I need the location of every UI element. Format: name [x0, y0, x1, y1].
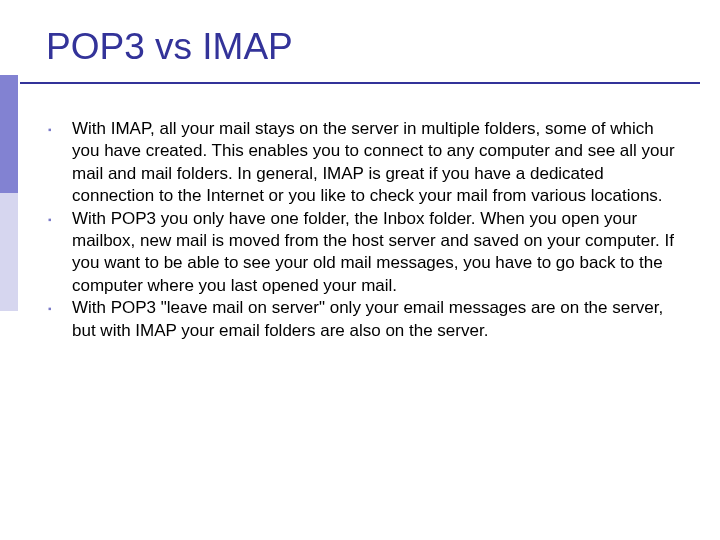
- page-title: POP3 vs IMAP: [46, 26, 293, 68]
- title-underline: [20, 82, 700, 84]
- list-item: ▪ With IMAP, all your mail stays on the …: [48, 118, 676, 208]
- list-item-text: With POP3 you only have one folder, the …: [72, 208, 676, 298]
- bullet-icon: ▪: [48, 297, 72, 320]
- list-item-text: With IMAP, all your mail stays on the se…: [72, 118, 676, 208]
- bullet-icon: ▪: [48, 208, 72, 231]
- bullet-icon: ▪: [48, 118, 72, 141]
- list-item: ▪ With POP3 you only have one folder, th…: [48, 208, 676, 298]
- list-item-text: With POP3 "leave mail on server" only yo…: [72, 297, 676, 342]
- accent-bar-light: [0, 193, 18, 311]
- accent-bar-dark: [0, 75, 18, 193]
- list-item: ▪ With POP3 "leave mail on server" only …: [48, 297, 676, 342]
- bullet-list: ▪ With IMAP, all your mail stays on the …: [48, 118, 676, 342]
